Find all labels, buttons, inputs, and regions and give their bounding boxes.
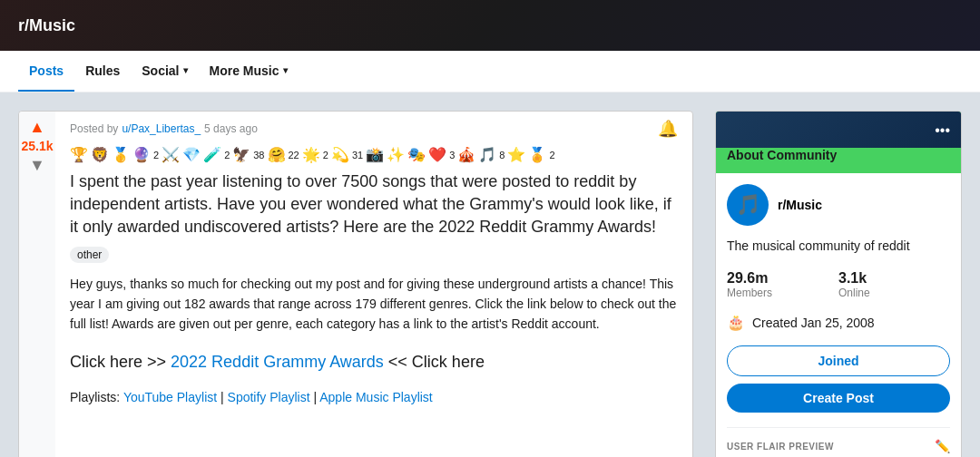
about-header-background (716, 112, 961, 148)
sidebar: ••• About Community 🎵 r/Music The musica… (715, 111, 962, 457)
about-options-button[interactable]: ••• (935, 122, 950, 139)
about-body: 🎵 r/Music The musical community of reddi… (716, 173, 961, 457)
about-community-title: About Community (727, 148, 950, 162)
award-icon: ⭐ (507, 146, 525, 163)
subreddit-display-name: r/Music (778, 198, 822, 212)
create-post-button[interactable]: Create Post (727, 384, 950, 413)
award-icon: 🦁 (91, 146, 109, 163)
playlist-separator-1: | (217, 390, 227, 404)
nav-rules[interactable]: Rules (74, 51, 131, 92)
award-icon: 🎵 (478, 146, 496, 163)
cta-prefix: Click here >> (70, 353, 171, 371)
post-body-text: Hey guys, thanks so much for checking ou… (70, 274, 678, 335)
award-icon: 🎭 (407, 146, 426, 163)
community-description: The musical community of reddit (727, 237, 950, 256)
main-content: ▲ 25.1k ▼ Posted by u/Pax_Libertas_ 5 da… (0, 92, 980, 457)
post-cta-text: Click here >> 2022 Reddit Grammy Awards … (70, 349, 678, 375)
award-count: 3 (449, 150, 455, 160)
post-body-container: Posted by u/Pax_Libertas_ 5 days ago 🔔 🏆… (55, 112, 692, 457)
nav-posts[interactable]: Posts (18, 51, 74, 92)
header-background (0, 0, 980, 51)
online-stat: 3.1k Online (838, 270, 950, 299)
members-label: Members (727, 287, 838, 299)
grammy-awards-link[interactable]: 2022 Reddit Grammy Awards (171, 353, 384, 371)
vote-count: 25.1k (21, 139, 53, 153)
post-card: ▲ 25.1k ▼ Posted by u/Pax_Libertas_ 5 da… (18, 111, 693, 457)
edit-flair-icon[interactable]: ✏️ (935, 439, 951, 453)
award-icon: 🦅 (232, 146, 250, 163)
award-count: 8 (499, 150, 505, 160)
post-metadata: Posted by u/Pax_Libertas_ 5 days ago 🔔 (70, 119, 678, 139)
award-icon: 🏆 (70, 146, 88, 163)
award-icon: 🎪 (457, 146, 475, 163)
award-icon: ✨ (387, 146, 405, 163)
cta-suffix: << Click here (384, 353, 485, 371)
post-author[interactable]: u/Pax_Libertas_ (122, 122, 201, 135)
award-icon: ❤️ (428, 146, 446, 163)
awards-row: 🏆 🦁 🥇 🔮 2 ⚔️ 💎 🧪 2 🦅 38 🤗 22 🌟 2 💫 31 📸 … (70, 146, 678, 163)
award-icon: 🔮 (132, 146, 151, 163)
subreddit-title: r/Music (18, 16, 75, 35)
playlist-separator-2: | (310, 390, 320, 404)
award-icon: 📸 (366, 146, 384, 163)
award-count: 31 (352, 150, 363, 160)
cake-icon: 🎂 (727, 314, 745, 331)
about-header: ••• About Community (716, 112, 961, 173)
playlists-prefix: Playlists: (70, 390, 123, 404)
created-date: Created Jan 25, 2008 (752, 316, 875, 330)
members-count: 29.6m (727, 270, 838, 287)
notification-bell-icon[interactable]: 🔔 (658, 119, 678, 139)
award-count: 2 (323, 150, 328, 160)
online-count: 3.1k (838, 270, 950, 287)
downvote-button[interactable]: ▼ (29, 157, 45, 173)
about-community-card: ••• About Community 🎵 r/Music The musica… (715, 111, 962, 457)
nav-more-music[interactable]: More Music (199, 51, 299, 92)
award-icon: 🤗 (268, 146, 286, 163)
site-header: r/Music (0, 0, 980, 51)
post-time: 5 days ago (204, 122, 258, 135)
stats-row: 29.6m Members 3.1k Online (727, 270, 950, 299)
subreddit-info-row: 🎵 r/Music (727, 184, 950, 226)
joined-button[interactable]: Joined (727, 345, 950, 376)
members-stat: 29.6m Members (727, 270, 838, 299)
award-icon: ⚔️ (162, 146, 180, 163)
award-icon: 💎 (182, 146, 201, 163)
user-flair-label: USER FLAIR PREVIEW ✏️ (727, 439, 950, 453)
award-icon: 🥇 (112, 146, 130, 163)
navigation-bar: Posts Rules Social More Music (0, 51, 980, 92)
upvote-button[interactable]: ▲ (29, 119, 45, 135)
subreddit-icon: 🎵 (727, 184, 769, 226)
apple-music-playlist-link[interactable]: Apple Music Playlist (319, 390, 433, 404)
created-row: 🎂 Created Jan 25, 2008 (727, 314, 950, 331)
award-icon: 💫 (331, 146, 349, 163)
playlists-section: Playlists: YouTube Playlist | Spotify Pl… (70, 390, 678, 404)
award-count: 2 (549, 150, 554, 160)
posted-by-label: Posted by (70, 122, 118, 135)
user-flair-section: USER FLAIR PREVIEW ✏️ 👤 priscillahernand… (727, 427, 950, 457)
youtube-playlist-link[interactable]: YouTube Playlist (123, 390, 217, 404)
subreddit-icon-emoji: 🎵 (736, 193, 760, 217)
vote-column: ▲ 25.1k ▼ (19, 112, 55, 457)
award-icon: 🏅 (528, 146, 546, 163)
award-count: 38 (253, 150, 264, 160)
nav-social[interactable]: Social (131, 51, 198, 92)
award-icon: 🌟 (302, 146, 320, 163)
award-count: 22 (289, 150, 299, 160)
award-count: 2 (153, 150, 159, 160)
award-icon: 🧪 (203, 146, 221, 163)
post-title: I spent the past year listening to over … (70, 170, 678, 239)
online-label: Online (838, 287, 950, 299)
post-flair[interactable]: other (70, 247, 109, 263)
award-count: 2 (224, 150, 230, 160)
spotify-playlist-link[interactable]: Spotify Playlist (228, 390, 310, 404)
